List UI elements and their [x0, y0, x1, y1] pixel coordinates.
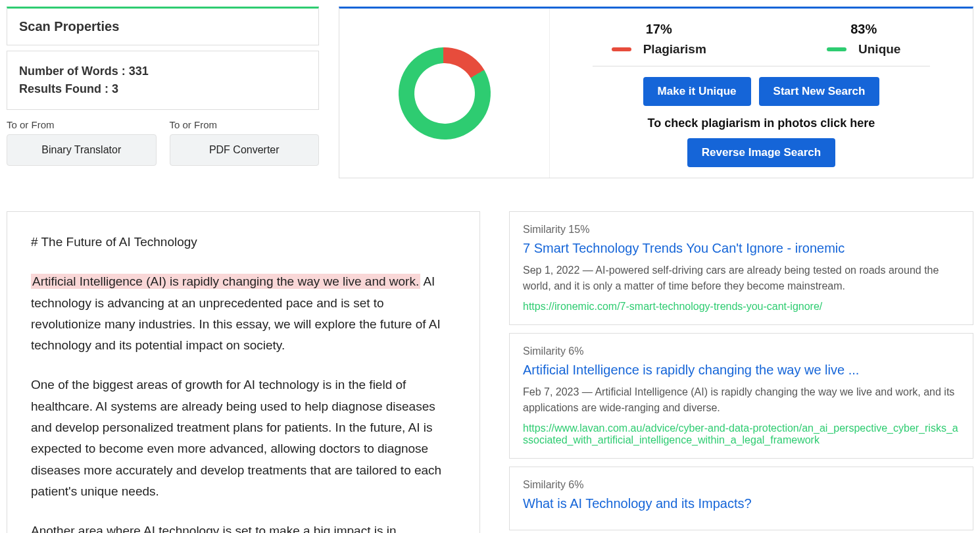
- results-found-value: 3: [112, 82, 118, 95]
- start-new-search-button[interactable]: Start New Search: [759, 77, 880, 106]
- results-column: Similarity 15% 7 Smart Technology Trends…: [509, 211, 973, 533]
- results-found-label: Results Found :: [19, 82, 109, 95]
- scan-stats-card: Number of Words : 331 Results Found : 3: [7, 51, 319, 110]
- reverse-image-search-button[interactable]: Reverse Image Search: [687, 138, 835, 167]
- photo-check-text: To check plagiarism in photos click here: [648, 116, 875, 130]
- result-card: Similarity 6% Artificial Intelligence is…: [509, 333, 973, 459]
- summary-card: 17% Plagiarism 83% Unique: [339, 7, 973, 178]
- result-similarity: Similarity 15%: [523, 224, 960, 236]
- plagiarism-highlight: Artificial Intelligence (AI) is rapidly …: [31, 274, 420, 289]
- result-title-link[interactable]: 7 Smart Technology Trends You Can't Igno…: [523, 241, 960, 256]
- essay-scroll-area[interactable]: # The Future of AI Technology Artificial…: [7, 212, 479, 533]
- summary-divider: [593, 66, 930, 66]
- unique-label: Unique: [858, 42, 900, 57]
- result-similarity: Similarity 6%: [523, 479, 960, 491]
- results-found-line: Results Found : 3: [19, 82, 306, 96]
- scan-properties-title: Scan Properties: [19, 19, 306, 34]
- essay-title: # The Future of AI Technology: [31, 232, 456, 253]
- scan-properties-card: Scan Properties: [7, 7, 319, 45]
- unique-percent: 83%: [775, 22, 954, 37]
- result-title-link[interactable]: What is AI Technology and its Impacts?: [523, 496, 960, 511]
- essay-paragraph-1: Artificial Intelligence (AI) is rapidly …: [31, 271, 456, 356]
- plagiarism-label: Plagiarism: [643, 42, 706, 57]
- tool-label-binary: To or From: [7, 119, 157, 130]
- binary-translator-button[interactable]: Binary Translator: [7, 134, 157, 166]
- word-count-label: Number of Words :: [19, 64, 126, 78]
- pdf-converter-button[interactable]: PDF Converter: [170, 134, 320, 166]
- plagiarism-swatch-icon: [612, 47, 631, 51]
- essay-paragraph-3: Another area where AI technology is set …: [31, 520, 456, 533]
- essay-paragraph-2: One of the biggest areas of growth for A…: [31, 374, 456, 502]
- result-similarity: Similarity 6%: [523, 345, 960, 357]
- result-title-link[interactable]: Artificial Intelligence is rapidly chang…: [523, 363, 960, 378]
- make-unique-button[interactable]: Make it Unique: [643, 77, 751, 106]
- tool-label-pdf: To or From: [170, 119, 320, 130]
- result-url-link[interactable]: https://ironemic.com/7-smart-technology-…: [523, 301, 960, 313]
- result-description: Feb 7, 2023 — Artificial Intelligence (A…: [523, 384, 960, 416]
- result-card: Similarity 15% 7 Smart Technology Trends…: [509, 211, 973, 325]
- result-url-link[interactable]: https://www.lavan.com.au/advice/cyber-an…: [523, 422, 960, 446]
- word-count-value: 331: [129, 64, 149, 78]
- unique-swatch-icon: [827, 47, 846, 51]
- plagiarism-percent: 17%: [570, 22, 748, 37]
- result-description: Sep 1, 2022 — AI-powered self-driving ca…: [523, 263, 960, 294]
- essay-panel: # The Future of AI Technology Artificial…: [7, 211, 480, 533]
- donut-chart-wrap: [339, 9, 550, 178]
- plagiarism-donut-chart: [397, 45, 492, 141]
- result-card: Similarity 6% What is AI Technology and …: [509, 467, 973, 530]
- word-count-line: Number of Words : 331: [19, 64, 306, 78]
